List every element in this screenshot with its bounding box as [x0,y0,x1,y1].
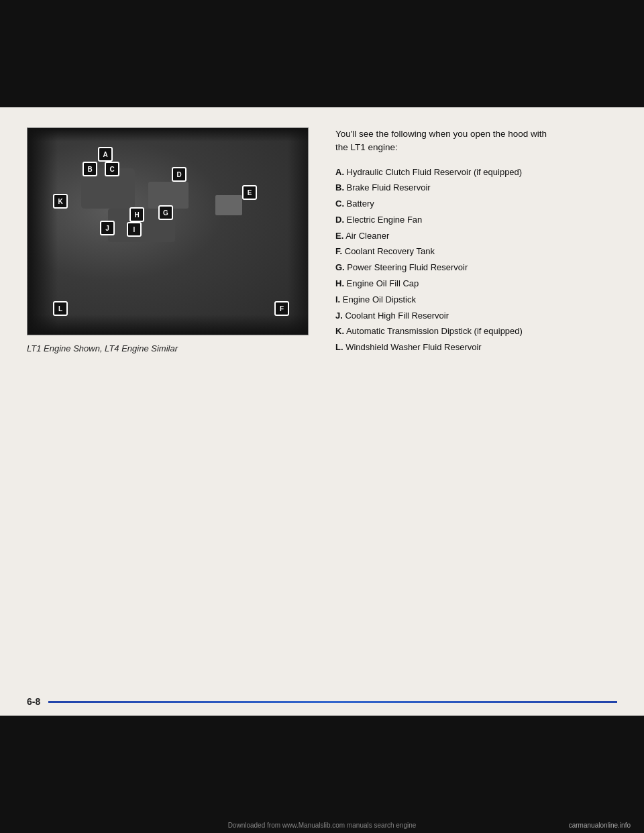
engine-label-c: C [105,162,119,176]
list-item-f: F. Coolant Recovery Tank [335,245,617,259]
img-shadow-right [288,128,308,335]
engine-component-2 [148,182,189,209]
list-item-j: J. Coolant High Fill Reservoir [335,309,617,323]
list-item-e: E. Air Cleaner [335,229,617,243]
engine-component-4 [215,195,242,215]
intro-text: You'll see the following when you open t… [335,127,617,155]
engine-label-h: H [129,207,144,222]
intro-line2: the LT1 engine: [335,142,398,152]
page-number: 6-8 [27,696,40,707]
dark-bar-top [0,0,644,107]
list-item-g: G. Power Steering Fluid Reservoir [335,261,617,275]
left-column: A B C D E F G H I J K L LT1 Engine Shown… [27,127,315,684]
list-item-c: C. Battery [335,197,617,211]
list-item-h: H. Engine Oil Fill Cap [335,277,617,291]
img-shadow-top [28,128,308,142]
intro-line1: You'll see the following when you open t… [335,129,547,139]
dark-bar-bottom [0,716,644,833]
image-caption: LT1 Engine Shown, LT4 Engine Similar [27,343,315,353]
footer-line [48,701,617,703]
engine-background: A B C D E F G H I J K L [28,128,308,335]
engine-label-i: I [127,222,142,237]
list-item-l: L. Windshield Washer Fluid Reservoir [335,341,617,355]
page-footer: 6-8 [0,687,644,716]
list-item-d: D. Electric Engine Fan [335,213,617,227]
items-list: A. Hydraulic Clutch Fluid Reservoir (if … [335,166,617,355]
logo-text: carmanualonline.info [569,822,631,829]
list-item-b: B. Brake Fluid Reservoir [335,181,617,195]
main-section: A B C D E F G H I J K L LT1 Engine Shown… [0,107,644,698]
right-column: You'll see the following when you open t… [335,127,617,684]
engine-label-l: L [53,301,68,316]
img-shadow-bottom [28,315,308,335]
engine-label-f: F [274,301,289,316]
watermark-text: Downloaded from www.Manualslib.com manua… [228,822,417,829]
list-item-i: I. Engine Oil Dipstick [335,293,617,307]
list-item-k: K. Automatic Transmission Dipstick (if e… [335,325,617,339]
engine-label-g: G [158,205,173,220]
engine-label-d: D [172,167,186,182]
engine-label-k: K [53,194,68,209]
engine-label-a: A [98,147,113,162]
content-area: A B C D E F G H I J K L LT1 Engine Shown… [0,107,644,698]
engine-label-b: B [83,162,97,176]
engine-label-e: E [242,185,257,200]
list-item-a: A. Hydraulic Clutch Fluid Reservoir (if … [335,166,617,180]
engine-label-j: J [100,221,115,235]
engine-image: A B C D E F G H I J K L [27,127,309,335]
